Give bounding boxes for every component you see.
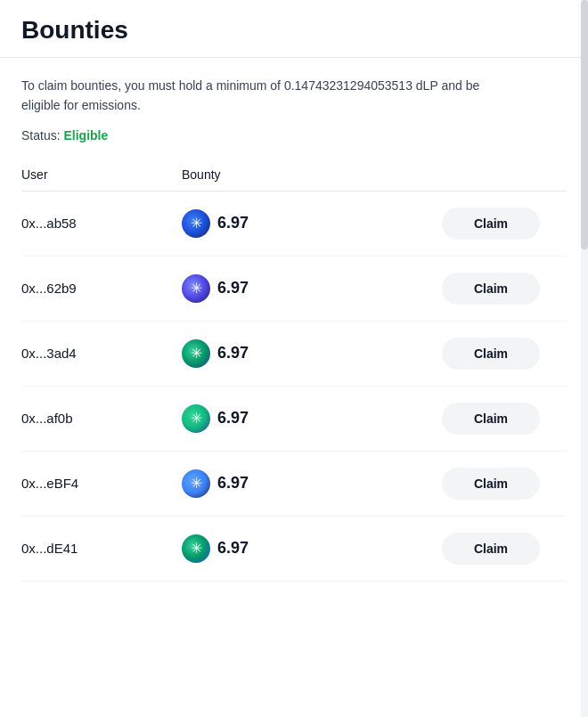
bounty-cell: ✳ 6.97 <box>182 469 442 498</box>
table-row: 0x...3ad4 ✳ 6.97 Claim <box>21 322 567 387</box>
user-address: 0x...62b9 <box>21 281 182 296</box>
claim-button[interactable]: Claim <box>442 468 540 500</box>
claim-button[interactable]: Claim <box>442 533 540 565</box>
bounty-amount: 6.97 <box>217 474 249 493</box>
bounty-amount: 6.97 <box>217 279 249 297</box>
bounties-table: User Bounty 0x...ab58 ✳ 6.97 Claim 0x...… <box>0 150 588 582</box>
bounty-amount: 6.97 <box>217 539 249 558</box>
bounty-cell: ✳ 6.97 <box>182 209 442 238</box>
table-row: 0x...62b9 ✳ 6.97 Claim <box>21 257 567 322</box>
status-value: Eligible <box>63 128 108 143</box>
star-icon: ✳ <box>191 542 202 556</box>
table-row: 0x...ab58 ✳ 6.97 Claim <box>21 191 567 257</box>
col-header-bounty: Bounty <box>182 167 442 182</box>
token-icon: ✳ <box>182 469 210 498</box>
star-icon: ✳ <box>191 216 202 231</box>
star-icon: ✳ <box>191 477 202 491</box>
claim-button[interactable]: Claim <box>442 208 540 240</box>
bounty-cell: ✳ 6.97 <box>182 274 442 303</box>
scrollbar-thumb[interactable] <box>581 0 588 249</box>
status-label: Status: <box>21 128 61 143</box>
bounty-cell: ✳ 6.97 <box>182 404 442 433</box>
claim-button[interactable]: Claim <box>442 273 540 305</box>
token-icon: ✳ <box>182 209 210 238</box>
token-icon: ✳ <box>182 404 210 433</box>
col-header-user: User <box>21 167 182 182</box>
scrollbar-track <box>581 0 588 717</box>
bounty-cell: ✳ 6.97 <box>182 534 442 563</box>
token-icon: ✳ <box>182 274 210 303</box>
bounty-amount: 6.97 <box>217 214 249 232</box>
table-header: User Bounty <box>21 160 567 191</box>
token-icon: ✳ <box>182 534 210 563</box>
claim-button[interactable]: Claim <box>442 338 540 370</box>
page-container: Bounties To claim bounties, you must hol… <box>0 0 588 582</box>
page-header: Bounties <box>0 0 588 58</box>
info-description: To claim bounties, you must hold a minim… <box>21 76 485 116</box>
star-icon: ✳ <box>191 411 202 426</box>
table-row: 0x...af0b ✳ 6.97 Claim <box>21 387 567 452</box>
info-section: To claim bounties, you must hold a minim… <box>0 58 588 150</box>
user-address: 0x...ab58 <box>21 216 182 231</box>
user-address: 0x...af0b <box>21 411 182 426</box>
bounty-amount: 6.97 <box>217 409 249 428</box>
bounty-amount: 6.97 <box>217 344 249 363</box>
token-icon: ✳ <box>182 339 210 368</box>
page-title: Bounties <box>21 16 567 45</box>
user-address: 0x...dE41 <box>21 541 182 556</box>
table-row: 0x...eBF4 ✳ 6.97 Claim <box>21 452 567 517</box>
user-address: 0x...3ad4 <box>21 346 182 361</box>
star-icon: ✳ <box>191 281 202 296</box>
star-icon: ✳ <box>191 346 202 361</box>
table-row: 0x...dE41 ✳ 6.97 Claim <box>21 517 567 582</box>
claim-button[interactable]: Claim <box>442 403 540 435</box>
user-address: 0x...eBF4 <box>21 476 182 491</box>
bounty-cell: ✳ 6.97 <box>182 339 442 368</box>
status-row: Status: Eligible <box>21 128 567 143</box>
